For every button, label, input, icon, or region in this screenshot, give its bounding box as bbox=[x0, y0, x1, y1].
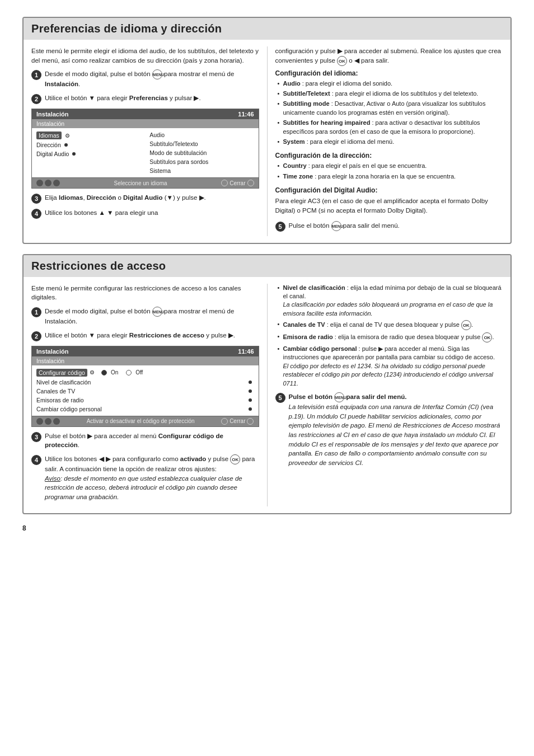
step3-num: 3 bbox=[31, 194, 41, 204]
page-number: 8 bbox=[22, 524, 512, 532]
footer-circle-3 bbox=[53, 180, 60, 186]
menu2-subheader: Instalación bbox=[32, 356, 259, 365]
step3-text: Elija Idiomas, Dirección o Digital Audio… bbox=[45, 193, 259, 203]
s2-step5-num: 5 bbox=[275, 393, 285, 403]
config-direccion: Configuración de la dirección: Country :… bbox=[275, 152, 503, 181]
step2-text: Utilice el botón ▼ para elegir Preferenc… bbox=[45, 93, 259, 103]
menu2-nivel-dot bbox=[249, 381, 252, 384]
section1-right-step4-text: configuración y pulse ▶ para acceder al … bbox=[275, 46, 503, 66]
m2-footer-circle-2 bbox=[45, 418, 51, 425]
step4-text: Utilice los botones ▲ ▼ para elegir una bbox=[45, 208, 259, 218]
menu1-header-right: 11:46 bbox=[238, 111, 254, 118]
config-idioma-hearing: Subtitles for hearing impaired : para ac… bbox=[278, 119, 503, 136]
step4-num: 4 bbox=[31, 209, 41, 219]
menu1-footer-text bbox=[36, 180, 60, 186]
menu1-direccion-dot bbox=[64, 143, 68, 147]
s2-right-nivel: Nivel de clasificación : elija la edad m… bbox=[278, 284, 503, 318]
menu1-idiomas-label: Idiomas bbox=[36, 132, 62, 139]
menu1-footer-cerrar: Cerrar bbox=[221, 180, 254, 186]
config-direccion-timezone: Time zone : para elegir la zona horaria … bbox=[278, 172, 503, 181]
menu1-body: Idiomas ⚙ Dirección Digital Audio bbox=[32, 128, 259, 177]
step5-num: 5 bbox=[275, 222, 285, 232]
menu-sim-2: Instalación 11:46 Instalación Configurar… bbox=[31, 346, 259, 427]
section2-right-list: Nivel de clasificación : elija la edad m… bbox=[275, 284, 503, 388]
menu2-row-nivel: Nivel de clasificación bbox=[36, 378, 254, 387]
s2-step4-text: Utilice los botones ◀ ▶ para configurarl… bbox=[45, 454, 259, 502]
menu1-right-subtitle: Subtítulo/Teletexto bbox=[149, 139, 254, 148]
menu2-row-configurar: Configurar código ⚙ On Off bbox=[36, 368, 254, 378]
config-idioma-title: Configuración del idioma: bbox=[275, 69, 503, 77]
menu2-footer-label: Activar o desactivar el código de protec… bbox=[87, 418, 195, 424]
section2-step2: 2 Utilice el botón ▼ para elegir Restric… bbox=[31, 331, 259, 341]
menu2-header-left: Instalación bbox=[36, 348, 68, 355]
s2-step3-text: Pulse el botón ▶ para acceder al menú Co… bbox=[45, 431, 259, 450]
config-digital: Configuración del Digital Audio: Para el… bbox=[275, 186, 503, 215]
section1-title: Preferencias de idioma y dirección bbox=[24, 18, 510, 40]
menu2-footer-btns bbox=[36, 418, 60, 425]
menu2-canales-dot bbox=[249, 389, 252, 393]
menu2-cerrar-label: Cerrar bbox=[229, 418, 245, 424]
menu-sim-1: Instalación 11:46 Instalación Idiomas ⚙ … bbox=[31, 109, 259, 189]
footer-circle-2 bbox=[45, 180, 51, 186]
config-idioma-list: Audio : para elegir el idioma del sonido… bbox=[275, 79, 503, 147]
config-direccion-list: Country : para elegir el país en el que … bbox=[275, 162, 503, 181]
config-digital-text: Para elegir AC3 (en el caso de que el am… bbox=[275, 196, 503, 215]
menu1-footer-label: Seleccione un idioma bbox=[114, 180, 167, 186]
s2-step2-num: 2 bbox=[31, 331, 41, 341]
menu2-row-canales: Canales de TV bbox=[36, 387, 254, 396]
menu2-row-cambiar: Cambiar código personal bbox=[36, 405, 254, 414]
step2-num: 2 bbox=[31, 94, 41, 104]
config-idioma-subtitle: Subtitle/Teletext : para elegir el idiom… bbox=[278, 90, 503, 98]
s2-cambiar-italic: El código por defecto es el 1234. Si ha … bbox=[283, 363, 493, 387]
menu2-emisoras-label: Emisoras de radio bbox=[36, 397, 249, 403]
config-direccion-country: Country : para elegir el país en el que … bbox=[278, 162, 503, 170]
menu1-cerrar-label: Cerrar bbox=[229, 180, 245, 186]
menu1-right-mode: Modo de subtitulación bbox=[149, 148, 254, 157]
section1-step5: 5 Pulse el botón MENU para salir del men… bbox=[275, 221, 503, 232]
page-container: Preferencias de idioma y dirección Este … bbox=[22, 17, 512, 532]
menu1-left-items: Idiomas ⚙ Dirección Digital Audio bbox=[32, 130, 145, 175]
s2-right-canales: Canales de TV : elija el canal de TV que… bbox=[278, 320, 503, 330]
step5-text: Pulse el botón MENU para salir del menú. bbox=[289, 221, 503, 231]
config-idioma-audio: Audio : para elegir el idioma del sonido… bbox=[278, 79, 503, 88]
m2-footer-circle-1 bbox=[36, 418, 43, 425]
s2-right-cambiar: Cambiar código personal : pulse ▶ para a… bbox=[278, 345, 503, 388]
menu2-footer: Activar o desactivar el código de protec… bbox=[32, 416, 259, 426]
section2-title: Restricciones de acceso bbox=[24, 255, 510, 277]
step1-text: Desde el modo digital, pulse el botón ME… bbox=[45, 69, 259, 89]
menu2-radio-group: On Off bbox=[101, 369, 143, 375]
menu-icon-2: MENU bbox=[331, 221, 341, 231]
ok-icon-4: OK bbox=[482, 332, 492, 342]
menu2-canales-label: Canales de TV bbox=[36, 388, 249, 395]
menu1-direccion-label: Dirección bbox=[36, 142, 61, 148]
footer-circle-1 bbox=[36, 180, 43, 186]
config-idioma-mode: Subtitling mode : Desactivar, Activar o … bbox=[278, 100, 503, 117]
section1-step3: 3 Elija Idiomas, Dirección o Digital Aud… bbox=[31, 193, 259, 204]
s2-step4-num: 4 bbox=[31, 455, 41, 465]
config-direccion-title: Configuración de la dirección: bbox=[275, 152, 503, 159]
menu1-header: Instalación 11:46 bbox=[32, 109, 259, 119]
section1-box: Preferencias de idioma y dirección Este … bbox=[22, 17, 512, 244]
section2-step4: 4 Utilice los botones ◀ ▶ para configura… bbox=[31, 454, 259, 502]
menu-icon: MENU bbox=[152, 69, 162, 79]
menu2-emisoras-dot bbox=[249, 398, 252, 402]
menu-icon-3: MENU bbox=[152, 307, 162, 317]
menu1-right-items: Audio Subtítulo/Teletexto Modo de subtit… bbox=[145, 130, 258, 175]
menu2-header-right: 11:46 bbox=[238, 348, 254, 355]
menu1-item-idiomas: Idiomas ⚙ bbox=[36, 130, 140, 140]
m2-footer-cerrar-circle bbox=[221, 418, 228, 425]
menu2-row-emisoras: Emisoras de radio bbox=[36, 396, 254, 405]
step1-num: 1 bbox=[31, 70, 41, 80]
menu1-subheader: Instalación bbox=[32, 119, 259, 128]
menu1-gear: ⚙ bbox=[65, 133, 70, 139]
section1-step1: 1 Desde el modo digital, pulse el botón … bbox=[31, 69, 259, 89]
menu1-header-left: Instalación bbox=[36, 111, 68, 118]
menu2-cambiar-label: Cambiar código personal bbox=[36, 406, 249, 412]
menu2-gear: ⚙ bbox=[90, 369, 95, 375]
menu2-nivel-label: Nivel de clasificación bbox=[36, 379, 249, 386]
s2-step5-text: Pulse el botón MENU para salir del menú.… bbox=[289, 392, 503, 468]
section1-step2: 2 Utilice el botón ▼ para elegir Prefere… bbox=[31, 93, 259, 104]
radio-off-label: Off bbox=[135, 369, 143, 375]
section1-left: Este menú le permite elegir el idioma de… bbox=[31, 46, 267, 236]
s2-right-emisora: Emisora de radio : elija la emisora de r… bbox=[278, 332, 503, 342]
